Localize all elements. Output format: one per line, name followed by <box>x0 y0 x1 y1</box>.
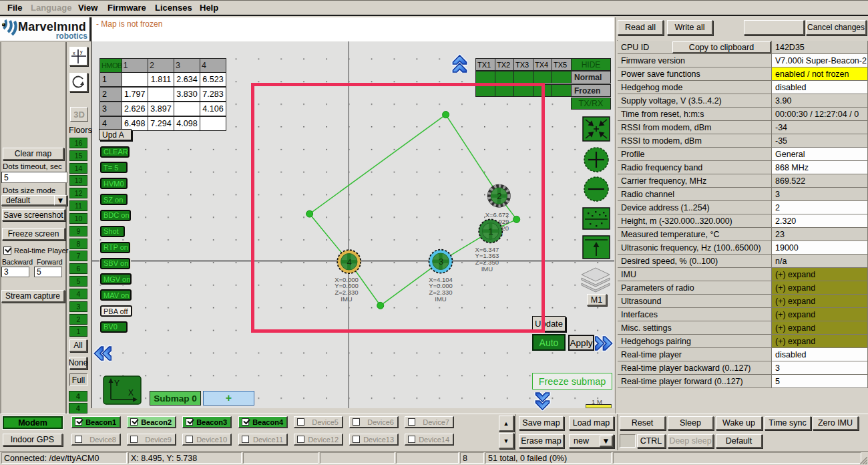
svg-text:X: X <box>128 388 134 398</box>
svg-text:x: x <box>73 51 75 55</box>
svg-text:Y: Y <box>114 379 120 388</box>
svg-text:y: y <box>80 49 83 55</box>
